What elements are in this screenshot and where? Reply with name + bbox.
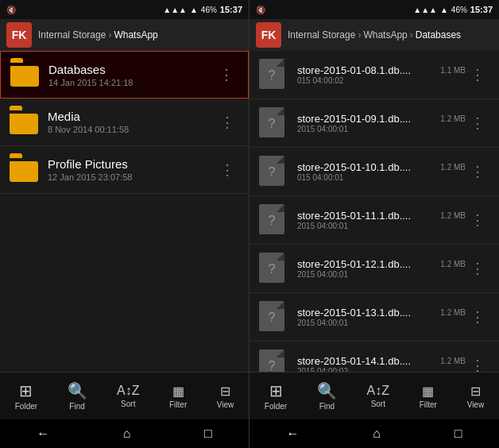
file-details: store-2015-01-14.1.db.... 1.2 MB 2015 04… <box>297 355 466 372</box>
more-button[interactable]: ⋮ <box>215 63 238 87</box>
recents-sys-button[interactable]: □ <box>204 427 212 441</box>
find-icon: 🔍 <box>68 381 87 400</box>
folder-button[interactable]: ⊞ Folder <box>15 381 37 411</box>
right-status-bar: 🔇 ▲▲▲ ▲ 46% 15:37 <box>250 0 499 19</box>
filter-button[interactable]: ▦ Filter <box>169 384 187 409</box>
more-button[interactable]: ⋮ <box>466 305 489 329</box>
filter-icon: ▦ <box>172 384 184 399</box>
file-details: store-2015-01-13.1.db.... 1.2 MB 2015 04… <box>297 307 466 327</box>
file-date: 2015 04:00:01 <box>297 125 466 133</box>
file-icon: ? <box>259 204 288 236</box>
left-back-button[interactable]: FK <box>6 22 32 48</box>
folder-icon <box>10 63 39 87</box>
list-item[interactable]: Databases 14 Jan 2015 14:21:18 ⋮ <box>0 51 249 98</box>
more-button[interactable]: ⋮ <box>466 160 489 183</box>
more-button[interactable]: ⋮ <box>466 63 489 87</box>
file-size: 1.1 MB <box>440 66 466 75</box>
list-item[interactable]: ? store-2015-01-10.1.db.... 1.2 MB 015 0… <box>250 148 499 196</box>
file-date: 12 Jan 2015 23:07:58 <box>48 172 215 182</box>
left-time: 15:37 <box>220 5 242 14</box>
list-item[interactable]: ? store-2015-01-14.1.db.... 1.2 MB 2015 … <box>250 342 499 372</box>
view-icon: ⊟ <box>470 384 481 399</box>
file-date: 015 04:00:01 <box>297 173 466 182</box>
sort-label: Sort <box>121 400 135 408</box>
right-back-sys-button[interactable]: ← <box>286 427 299 441</box>
find-label: Find <box>69 402 84 411</box>
right-signal-icon: ▲▲▲ <box>413 6 437 14</box>
more-button[interactable]: ⋮ <box>215 110 239 134</box>
folder-label: Folder <box>265 402 287 411</box>
file-icon: ? <box>259 253 288 284</box>
list-item[interactable]: Media 8 Nov 2014 00:11:58 ⋮ <box>0 98 249 146</box>
list-item[interactable]: ? store-2015-01-08.1.db.... 1.1 MB 015 0… <box>250 51 499 99</box>
left-file-list: Databases 14 Jan 2015 14:21:18 ⋮ Media 8… <box>0 51 249 372</box>
right-back-icon: FK <box>261 29 277 41</box>
right-find-button[interactable]: 🔍 Find <box>317 381 337 411</box>
filter-label: Filter <box>420 400 437 409</box>
right-home-sys-button[interactable]: ⌂ <box>373 427 381 441</box>
left-system-nav: ← ⌂ □ <box>0 419 249 448</box>
list-item[interactable]: Profile Pictures 12 Jan 2015 23:07:58 ⋮ <box>0 146 249 194</box>
sort-button[interactable]: A↕Z Sort <box>117 384 139 408</box>
file-date: 8 Nov 2014 00:11:58 <box>48 125 215 134</box>
find-label: Find <box>319 402 335 411</box>
more-button[interactable]: ⋮ <box>466 208 489 232</box>
right-recents-sys-button[interactable]: □ <box>455 427 462 441</box>
right-filter-button[interactable]: ▦ Filter <box>420 384 437 409</box>
right-sort-button[interactable]: A↕Z Sort <box>367 384 389 408</box>
sort-icon: A↕Z <box>117 384 139 398</box>
view-label: View <box>217 400 234 409</box>
left-back-icon: FK <box>12 29 27 41</box>
right-breadcrumb-1: Internal Storage <box>288 29 355 41</box>
list-item[interactable]: ? store-2015-01-12.1.db.... 1.2 MB 2015 … <box>250 245 499 293</box>
filter-label: Filter <box>169 400 187 409</box>
left-breadcrumb: Internal Storage › WhatsApp <box>38 29 242 41</box>
filter-icon: ▦ <box>422 384 434 399</box>
left-battery: 46% <box>201 6 217 14</box>
left-status-bar: 🔇 ▲▲▲ ▲ 46% 15:37 <box>0 0 249 19</box>
right-breadcrumb: Internal Storage › WhatsApp › Databases <box>288 29 493 41</box>
file-date: 14 Jan 2015 14:21:18 <box>48 78 215 87</box>
file-name: Databases <box>48 63 215 76</box>
sort-label: Sort <box>371 400 385 408</box>
left-volume-icon: 🔇 <box>6 6 16 14</box>
right-breadcrumb-3: Databases <box>416 29 461 41</box>
home-sys-button[interactable]: ⌂ <box>123 427 131 441</box>
left-wifi-icon: ▲ <box>190 6 198 14</box>
file-size: 1.2 MB <box>440 163 466 172</box>
right-wifi-icon: ▲ <box>440 6 448 14</box>
sort-icon: A↕Z <box>367 384 389 398</box>
file-name: store-2015-01-11.1.db.... <box>297 210 411 222</box>
back-sys-button[interactable]: ← <box>37 427 49 441</box>
list-item[interactable]: ? store-2015-01-11.1.db.... 1.2 MB 2015 … <box>250 196 499 245</box>
file-name: store-2015-01-14.1.db.... <box>297 355 411 367</box>
view-button[interactable]: ⊟ View <box>217 384 234 409</box>
left-bottom-bar: ⊞ Folder 🔍 Find A↕Z Sort ▦ Filter ⊟ View <box>0 372 249 419</box>
file-date: 2015 04:00:01 <box>297 222 466 230</box>
more-button[interactable]: ⋮ <box>215 158 239 182</box>
right-file-list: ? store-2015-01-08.1.db.... 1.1 MB 015 0… <box>250 51 499 372</box>
folder-icon <box>10 110 38 134</box>
right-battery: 46% <box>451 6 467 14</box>
file-name: Profile Pictures <box>48 157 215 171</box>
view-icon: ⊟ <box>220 384 230 399</box>
list-item[interactable]: ? store-2015-01-13.1.db.... 1.2 MB 2015 … <box>250 293 499 342</box>
list-item[interactable]: ? store-2015-01-09.1.db.... 1.2 MB 2015 … <box>250 99 499 148</box>
breadcrumb-part-2: WhatsApp <box>114 29 157 41</box>
right-back-button[interactable]: FK <box>256 22 281 48</box>
file-details: store-2015-01-11.1.db.... 1.2 MB 2015 04… <box>297 210 466 230</box>
find-button[interactable]: 🔍 Find <box>68 381 87 411</box>
right-view-button[interactable]: ⊟ View <box>467 384 485 409</box>
file-size: 1.2 MB <box>440 260 466 268</box>
left-nav-bar: FK Internal Storage › WhatsApp <box>0 19 249 51</box>
right-folder-button[interactable]: ⊞ Folder <box>265 381 287 411</box>
file-name: store-2015-01-10.1.db.... <box>297 161 411 173</box>
more-button[interactable]: ⋮ <box>466 111 489 135</box>
find-icon: 🔍 <box>317 381 337 400</box>
file-name: store-2015-01-13.1.db.... <box>297 307 411 319</box>
more-button[interactable]: ⋮ <box>466 257 489 280</box>
file-size: 1.2 MB <box>440 357 466 365</box>
file-size: 1.2 MB <box>440 114 466 123</box>
file-info: Profile Pictures 12 Jan 2015 23:07:58 <box>48 157 215 182</box>
more-button[interactable]: ⋮ <box>466 353 489 372</box>
